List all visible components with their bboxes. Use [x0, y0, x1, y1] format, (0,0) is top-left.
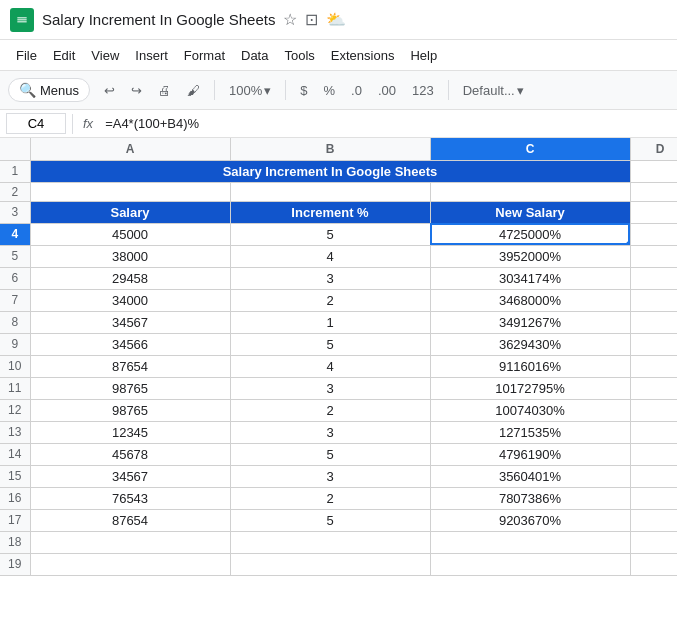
cell-b2[interactable] — [230, 182, 430, 201]
cell-b7[interactable]: 2 — [230, 289, 430, 311]
cell-a5[interactable]: 38000 — [30, 245, 230, 267]
col-header-c[interactable]: C — [430, 138, 630, 160]
cell-a15[interactable]: 34567 — [30, 465, 230, 487]
cell-b9[interactable]: 5 — [230, 333, 430, 355]
menu-data[interactable]: Data — [233, 45, 276, 66]
formula-content[interactable]: =A4*(100+B4)% — [99, 114, 671, 133]
cell-d15[interactable] — [630, 465, 677, 487]
cell-c5[interactable]: 3952000% — [430, 245, 630, 267]
cell-a8[interactable]: 34567 — [30, 311, 230, 333]
header-new-salary[interactable]: New Salary — [430, 201, 630, 223]
cell-d16[interactable] — [630, 487, 677, 509]
percent-button[interactable]: % — [318, 79, 342, 102]
cell-c2[interactable] — [430, 182, 630, 201]
cell-c8[interactable]: 3491267% — [430, 311, 630, 333]
cell-a18[interactable] — [30, 531, 230, 553]
cell-c10[interactable]: 9116016% — [430, 355, 630, 377]
cell-d1[interactable] — [630, 160, 677, 182]
cell-d9[interactable] — [630, 333, 677, 355]
cell-c11[interactable]: 10172795% — [430, 377, 630, 399]
cell-a13[interactable]: 12345 — [30, 421, 230, 443]
menu-view[interactable]: View — [83, 45, 127, 66]
search-box[interactable]: 🔍 Menus — [8, 78, 90, 102]
menu-extensions[interactable]: Extensions — [323, 45, 403, 66]
history-icon[interactable]: ⊡ — [305, 10, 318, 29]
cell-c16[interactable]: 7807386% — [430, 487, 630, 509]
cell-c7[interactable]: 3468000% — [430, 289, 630, 311]
decimal-dec-button[interactable]: .0 — [345, 79, 368, 102]
cell-b13[interactable]: 3 — [230, 421, 430, 443]
col-header-a[interactable]: A — [30, 138, 230, 160]
cell-a17[interactable]: 87654 — [30, 509, 230, 531]
menu-insert[interactable]: Insert — [127, 45, 176, 66]
currency-button[interactable]: $ — [294, 79, 313, 102]
cell-d5[interactable] — [630, 245, 677, 267]
cell-a4[interactable]: 45000 — [30, 223, 230, 245]
cell-a16[interactable]: 76543 — [30, 487, 230, 509]
cell-b11[interactable]: 3 — [230, 377, 430, 399]
font-selector[interactable]: Default... ▾ — [457, 79, 530, 102]
cell-c13[interactable]: 1271535% — [430, 421, 630, 443]
col-header-d[interactable]: D — [630, 138, 677, 160]
print-button[interactable]: 🖨 — [152, 79, 177, 102]
cell-b4[interactable]: 5 — [230, 223, 430, 245]
cell-c17[interactable]: 9203670% — [430, 509, 630, 531]
cell-d10[interactable] — [630, 355, 677, 377]
cell-b16[interactable]: 2 — [230, 487, 430, 509]
cell-c15[interactable]: 3560401% — [430, 465, 630, 487]
cell-a14[interactable]: 45678 — [30, 443, 230, 465]
cell-b15[interactable]: 3 — [230, 465, 430, 487]
cell-d13[interactable] — [630, 421, 677, 443]
cell-a7[interactable]: 34000 — [30, 289, 230, 311]
cell-reference-input[interactable] — [6, 113, 66, 134]
cell-d17[interactable] — [630, 509, 677, 531]
title-cell[interactable]: Salary Increment In Google Sheets — [30, 160, 630, 182]
menu-edit[interactable]: Edit — [45, 45, 83, 66]
cell-a12[interactable]: 98765 — [30, 399, 230, 421]
menu-format[interactable]: Format — [176, 45, 233, 66]
number-format-button[interactable]: 123 — [406, 79, 440, 102]
cell-c4[interactable]: 4725000% — [430, 223, 630, 245]
menu-tools[interactable]: Tools — [276, 45, 322, 66]
cell-c9[interactable]: 3629430% — [430, 333, 630, 355]
decimal-inc-button[interactable]: .00 — [372, 79, 402, 102]
cell-a6[interactable]: 29458 — [30, 267, 230, 289]
menu-help[interactable]: Help — [402, 45, 445, 66]
star-icon[interactable]: ☆ — [283, 10, 297, 29]
cell-b10[interactable]: 4 — [230, 355, 430, 377]
cell-b19[interactable] — [230, 553, 430, 575]
cell-b14[interactable]: 5 — [230, 443, 430, 465]
cell-d8[interactable] — [630, 311, 677, 333]
menu-file[interactable]: File — [8, 45, 45, 66]
redo-button[interactable]: ↪ — [125, 79, 148, 102]
cell-d7[interactable] — [630, 289, 677, 311]
cell-c19[interactable] — [430, 553, 630, 575]
cell-b17[interactable]: 5 — [230, 509, 430, 531]
header-increment[interactable]: Increment % — [230, 201, 430, 223]
cell-d4[interactable] — [630, 223, 677, 245]
header-salary[interactable]: Salary — [30, 201, 230, 223]
undo-button[interactable]: ↩ — [98, 79, 121, 102]
cell-a19[interactable] — [30, 553, 230, 575]
cell-c6[interactable]: 3034174% — [430, 267, 630, 289]
cell-d6[interactable] — [630, 267, 677, 289]
cell-d12[interactable] — [630, 399, 677, 421]
cell-a10[interactable]: 87654 — [30, 355, 230, 377]
cell-c14[interactable]: 4796190% — [430, 443, 630, 465]
cloud-icon[interactable]: ⛅ — [326, 10, 346, 29]
cell-d11[interactable] — [630, 377, 677, 399]
col-header-b[interactable]: B — [230, 138, 430, 160]
cell-d2[interactable] — [630, 182, 677, 201]
cell-d18[interactable] — [630, 531, 677, 553]
cell-b5[interactable]: 4 — [230, 245, 430, 267]
cell-d19[interactable] — [630, 553, 677, 575]
cell-a11[interactable]: 98765 — [30, 377, 230, 399]
cell-c18[interactable] — [430, 531, 630, 553]
cell-a2[interactable] — [30, 182, 230, 201]
cell-a9[interactable]: 34566 — [30, 333, 230, 355]
cell-d14[interactable] — [630, 443, 677, 465]
cell-b18[interactable] — [230, 531, 430, 553]
cell-d3[interactable] — [630, 201, 677, 223]
cell-b6[interactable]: 3 — [230, 267, 430, 289]
cell-b12[interactable]: 2 — [230, 399, 430, 421]
